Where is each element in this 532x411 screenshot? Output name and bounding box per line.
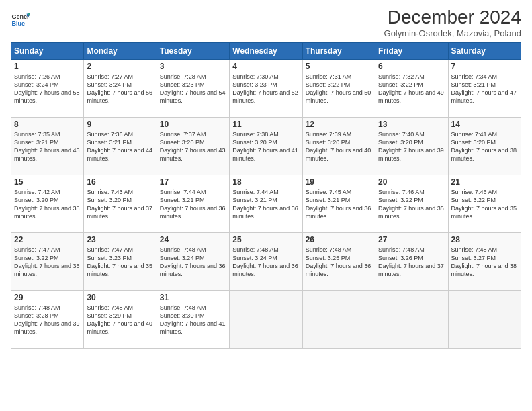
table-row: 31 Sunrise: 7:48 AMSunset: 3:30 PMDaylig… — [157, 291, 229, 349]
table-row: 12 Sunrise: 7:39 AMSunset: 3:20 PMDaylig… — [302, 118, 375, 175]
table-row: 8 Sunrise: 7:35 AMSunset: 3:21 PMDayligh… — [11, 118, 84, 175]
day-number: 18 — [232, 177, 299, 187]
cell-info: Sunrise: 7:30 AMSunset: 3:23 PMDaylight:… — [232, 73, 298, 104]
table-row — [302, 291, 375, 349]
header: General Blue December 2024 Golymin-Osrod… — [11, 7, 521, 38]
day-number: 13 — [378, 120, 445, 129]
day-number: 2 — [87, 62, 153, 71]
cell-info: Sunrise: 7:37 AMSunset: 3:20 PMDaylight:… — [160, 131, 226, 162]
cell-info: Sunrise: 7:36 AMSunset: 3:21 PMDaylight:… — [87, 131, 152, 162]
logo-icon: General Blue — [11, 9, 30, 28]
subtitle: Golymin-Osrodek, Mazovia, Poland — [384, 28, 521, 38]
table-row — [448, 291, 521, 349]
day-number: 14 — [451, 120, 518, 129]
cell-info: Sunrise: 7:44 AMSunset: 3:21 PMDaylight:… — [160, 189, 226, 220]
calendar-week-2: 8 Sunrise: 7:35 AMSunset: 3:21 PMDayligh… — [11, 118, 521, 175]
cell-info: Sunrise: 7:39 AMSunset: 3:20 PMDaylight:… — [306, 131, 371, 162]
day-number: 24 — [160, 235, 226, 244]
cell-info: Sunrise: 7:31 AMSunset: 3:22 PMDaylight:… — [306, 73, 371, 104]
table-row — [375, 291, 448, 349]
table-row: 26 Sunrise: 7:48 AMSunset: 3:25 PMDaylig… — [302, 233, 375, 291]
cell-info: Sunrise: 7:48 AMSunset: 3:25 PMDaylight:… — [306, 246, 371, 277]
cell-info: Sunrise: 7:35 AMSunset: 3:21 PMDaylight:… — [14, 131, 80, 162]
table-row — [230, 291, 302, 349]
cell-info: Sunrise: 7:47 AMSunset: 3:22 PMDaylight:… — [14, 246, 80, 277]
table-row: 19 Sunrise: 7:45 AMSunset: 3:21 PMDaylig… — [302, 175, 375, 233]
col-wednesday: Wednesday — [230, 43, 302, 60]
day-number: 17 — [160, 177, 226, 187]
day-number: 28 — [451, 235, 518, 244]
table-row: 2 Sunrise: 7:27 AMSunset: 3:24 PMDayligh… — [84, 60, 157, 118]
cell-info: Sunrise: 7:27 AMSunset: 3:24 PMDaylight:… — [87, 73, 152, 104]
table-row: 18 Sunrise: 7:44 AMSunset: 3:21 PMDaylig… — [230, 175, 302, 233]
calendar-week-1: 1 Sunrise: 7:26 AMSunset: 3:24 PMDayligh… — [11, 60, 521, 118]
table-row: 11 Sunrise: 7:38 AMSunset: 3:20 PMDaylig… — [230, 118, 302, 175]
table-row: 23 Sunrise: 7:47 AMSunset: 3:23 PMDaylig… — [84, 233, 157, 291]
cell-info: Sunrise: 7:48 AMSunset: 3:29 PMDaylight:… — [87, 304, 152, 335]
day-number: 8 — [14, 120, 81, 129]
table-row: 14 Sunrise: 7:41 AMSunset: 3:20 PMDaylig… — [448, 118, 521, 175]
table-row: 30 Sunrise: 7:48 AMSunset: 3:29 PMDaylig… — [84, 291, 157, 349]
calendar-week-3: 15 Sunrise: 7:42 AMSunset: 3:20 PMDaylig… — [11, 175, 521, 233]
day-number: 26 — [306, 235, 372, 244]
cell-info: Sunrise: 7:32 AMSunset: 3:22 PMDaylight:… — [378, 73, 444, 104]
cell-info: Sunrise: 7:46 AMSunset: 3:22 PMDaylight:… — [451, 189, 517, 220]
col-monday: Monday — [84, 43, 157, 60]
day-number: 21 — [451, 177, 518, 187]
day-number: 7 — [451, 62, 518, 71]
day-number: 22 — [14, 235, 81, 244]
logo: General Blue — [11, 9, 31, 28]
day-number: 19 — [306, 177, 372, 187]
cell-info: Sunrise: 7:46 AMSunset: 3:22 PMDaylight:… — [378, 189, 444, 220]
svg-text:Blue: Blue — [11, 20, 25, 27]
cell-info: Sunrise: 7:43 AMSunset: 3:20 PMDaylight:… — [87, 189, 152, 220]
day-number: 15 — [14, 177, 81, 187]
table-row: 27 Sunrise: 7:48 AMSunset: 3:26 PMDaylig… — [375, 233, 448, 291]
table-row: 22 Sunrise: 7:47 AMSunset: 3:22 PMDaylig… — [11, 233, 84, 291]
cell-info: Sunrise: 7:47 AMSunset: 3:23 PMDaylight:… — [87, 246, 152, 277]
calendar: Sunday Monday Tuesday Wednesday Thursday… — [11, 42, 521, 349]
day-number: 4 — [232, 62, 299, 71]
day-number: 20 — [378, 177, 445, 187]
table-row: 6 Sunrise: 7:32 AMSunset: 3:22 PMDayligh… — [375, 60, 448, 118]
cell-info: Sunrise: 7:38 AMSunset: 3:20 PMDaylight:… — [232, 131, 298, 162]
col-friday: Friday — [375, 43, 448, 60]
calendar-week-5: 29 Sunrise: 7:48 AMSunset: 3:28 PMDaylig… — [11, 291, 521, 349]
table-row: 10 Sunrise: 7:37 AMSunset: 3:20 PMDaylig… — [157, 118, 229, 175]
table-row: 15 Sunrise: 7:42 AMSunset: 3:20 PMDaylig… — [11, 175, 84, 233]
cell-info: Sunrise: 7:41 AMSunset: 3:20 PMDaylight:… — [451, 131, 517, 162]
table-row: 25 Sunrise: 7:48 AMSunset: 3:24 PMDaylig… — [230, 233, 302, 291]
cell-info: Sunrise: 7:26 AMSunset: 3:24 PMDaylight:… — [14, 73, 80, 104]
day-number: 9 — [87, 120, 153, 129]
table-row: 3 Sunrise: 7:28 AMSunset: 3:23 PMDayligh… — [157, 60, 229, 118]
table-row: 4 Sunrise: 7:30 AMSunset: 3:23 PMDayligh… — [230, 60, 302, 118]
cell-info: Sunrise: 7:48 AMSunset: 3:28 PMDaylight:… — [14, 304, 80, 335]
calendar-week-4: 22 Sunrise: 7:47 AMSunset: 3:22 PMDaylig… — [11, 233, 521, 291]
table-row: 21 Sunrise: 7:46 AMSunset: 3:22 PMDaylig… — [448, 175, 521, 233]
table-row: 17 Sunrise: 7:44 AMSunset: 3:21 PMDaylig… — [157, 175, 229, 233]
day-number: 12 — [306, 120, 372, 129]
day-number: 5 — [306, 62, 372, 71]
day-number: 16 — [87, 177, 153, 187]
day-number: 6 — [378, 62, 445, 71]
col-saturday: Saturday — [448, 43, 521, 60]
table-row: 16 Sunrise: 7:43 AMSunset: 3:20 PMDaylig… — [84, 175, 157, 233]
table-row: 1 Sunrise: 7:26 AMSunset: 3:24 PMDayligh… — [11, 60, 84, 118]
table-row: 24 Sunrise: 7:48 AMSunset: 3:24 PMDaylig… — [157, 233, 229, 291]
day-number: 25 — [232, 235, 299, 244]
day-number: 30 — [87, 293, 153, 302]
table-row: 28 Sunrise: 7:48 AMSunset: 3:27 PMDaylig… — [448, 233, 521, 291]
col-thursday: Thursday — [302, 43, 375, 60]
col-sunday: Sunday — [11, 43, 84, 60]
day-number: 29 — [14, 293, 81, 302]
col-tuesday: Tuesday — [157, 43, 229, 60]
day-number: 1 — [14, 62, 81, 71]
table-row: 9 Sunrise: 7:36 AMSunset: 3:21 PMDayligh… — [84, 118, 157, 175]
cell-info: Sunrise: 7:28 AMSunset: 3:23 PMDaylight:… — [160, 73, 226, 104]
month-title: December 2024 — [384, 7, 521, 28]
cell-info: Sunrise: 7:48 AMSunset: 3:24 PMDaylight:… — [232, 246, 298, 277]
table-row: 20 Sunrise: 7:46 AMSunset: 3:22 PMDaylig… — [375, 175, 448, 233]
table-row: 5 Sunrise: 7:31 AMSunset: 3:22 PMDayligh… — [302, 60, 375, 118]
table-row: 7 Sunrise: 7:34 AMSunset: 3:21 PMDayligh… — [448, 60, 521, 118]
day-number: 10 — [160, 120, 226, 129]
